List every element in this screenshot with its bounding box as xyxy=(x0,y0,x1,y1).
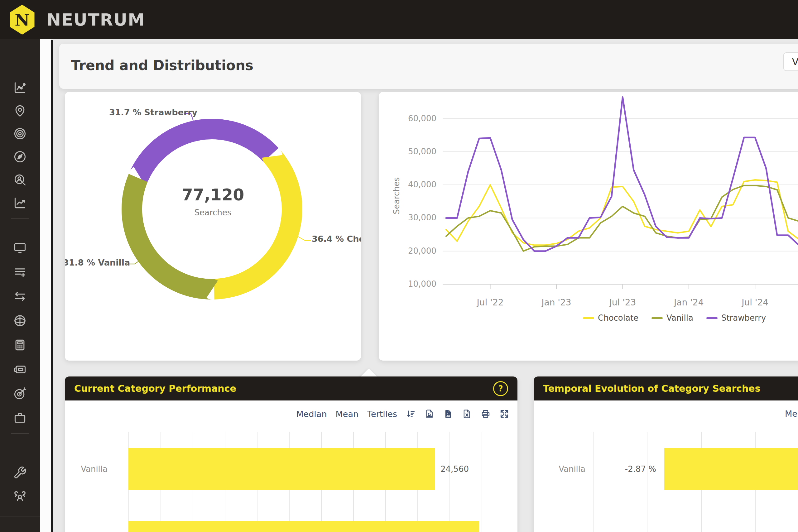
sidebar-divider xyxy=(11,433,29,434)
help-icon[interactable]: ? xyxy=(493,381,508,396)
bar-label: Vanilla xyxy=(65,448,108,490)
bar-vanilla[interactable] xyxy=(664,448,798,490)
donut-callout-line xyxy=(298,236,311,241)
legend-swatch xyxy=(583,317,594,319)
sidebar-group-3 xyxy=(13,466,27,503)
y-axis-tick-label: 50,000 xyxy=(405,147,436,156)
toolbar-link-clipped[interactable]: Medi xyxy=(785,409,798,419)
sidebar-group-2 xyxy=(13,241,27,425)
toolbar-link-mean[interactable]: Mean xyxy=(336,409,359,419)
legend-label: Chocolate xyxy=(598,313,639,323)
x-axis-tick-label: Jan '24 xyxy=(667,297,711,308)
sidebar-group-1 xyxy=(13,81,27,210)
panel-title: Current Category Performance xyxy=(74,383,236,394)
target-arrow-icon[interactable] xyxy=(13,387,27,400)
collapsed-subpanel xyxy=(40,39,51,532)
y-axis-tick-label: 10,000 xyxy=(405,279,436,289)
legend-label: Strawberry xyxy=(721,313,766,323)
sidebar-divider xyxy=(11,218,29,218)
searches-trend-card: Searches 10,00020,00030,00040,00050,0006… xyxy=(379,92,798,361)
users-group-icon[interactable] xyxy=(13,489,27,503)
swap-arrows-icon[interactable] xyxy=(13,289,27,303)
donut-callout-label: 31.8 % Vanilla xyxy=(65,258,125,267)
bar-label: Vanilla xyxy=(534,448,585,490)
toolbar-link-tertiles[interactable]: Tertiles xyxy=(367,409,397,419)
legend-item-strawberry[interactable]: Strawberry xyxy=(706,313,766,323)
expand-icon[interactable] xyxy=(499,409,509,419)
brand-logo-letter: N xyxy=(15,10,30,29)
bar-value-label: 24,560 xyxy=(440,448,469,490)
briefcase-icon[interactable] xyxy=(13,411,27,425)
series-line-vanilla[interactable] xyxy=(446,186,798,251)
page-header-card: Trend and Distributions Ve xyxy=(59,44,798,89)
file-image-icon[interactable] xyxy=(424,409,435,419)
x-axis-tick-label: Jan '23 xyxy=(535,297,578,308)
file-image-filled-icon[interactable] xyxy=(443,409,453,419)
bar-value-label: -2.87 % xyxy=(590,448,656,490)
globe-icon[interactable] xyxy=(13,314,27,327)
legend-item-vanilla[interactable]: Vanilla xyxy=(651,313,693,323)
legend-swatch xyxy=(651,317,663,319)
donut-callout-label: 31.7 % Strawberry xyxy=(109,108,184,117)
sidebar-divider-full xyxy=(0,516,40,516)
y-axis-tick-label: 20,000 xyxy=(405,246,436,255)
target-rings-icon[interactable] xyxy=(13,127,27,140)
temporal-evolution-panel: Temporal Evolution of Category Searches … xyxy=(534,377,798,532)
panel-header: Current Category Performance ? xyxy=(65,377,517,400)
current-category-performance-panel: Current Category Performance ? MedianMea… xyxy=(65,377,517,532)
legend-label: Vanilla xyxy=(666,313,693,323)
top-bar: N NEUTRUM xyxy=(0,0,798,39)
brand-logo[interactable]: N xyxy=(9,5,36,35)
trend-up-icon[interactable] xyxy=(13,196,27,210)
panel-divider[interactable] xyxy=(51,40,53,532)
x-axis-tick-label: Jul '23 xyxy=(601,297,644,308)
panel-title: Temporal Evolution of Category Searches xyxy=(543,383,761,394)
trend-scatter-icon[interactable] xyxy=(13,81,27,94)
printer-icon[interactable] xyxy=(481,409,491,419)
bar-row2[interactable] xyxy=(129,521,479,532)
legend-item-chocolate[interactable]: Chocolate xyxy=(583,313,639,323)
list-plus-icon[interactable] xyxy=(13,265,27,279)
file-excel-icon[interactable] xyxy=(462,409,472,419)
user-search-icon[interactable] xyxy=(13,173,27,187)
toolbar-link-median[interactable]: Median xyxy=(296,409,327,419)
bar-vanilla[interactable] xyxy=(129,448,435,490)
x-axis-tick-label: Jul '22 xyxy=(469,297,512,308)
logout-icon[interactable] xyxy=(13,530,27,532)
panel-header: Temporal Evolution of Category Searches xyxy=(534,377,798,400)
legend-swatch xyxy=(706,317,718,319)
y-axis-tick-label: 30,000 xyxy=(405,213,436,222)
brand-name: NEUTRUM xyxy=(47,10,145,30)
bar-label xyxy=(65,521,108,532)
wrench-icon[interactable] xyxy=(13,466,27,480)
wallet-icon[interactable] xyxy=(13,362,27,376)
y-axis-tick-label: 60,000 xyxy=(405,114,436,123)
page-title: Trend and Distributions xyxy=(71,57,253,73)
chart-toolbar: Medi xyxy=(785,409,798,419)
category-share-donut-card: 77,120 Searches 31.7 % Strawberry36.4 % … xyxy=(65,92,361,361)
x-axis-tick-label: Jul '24 xyxy=(733,297,777,308)
gridline xyxy=(481,432,482,532)
chart-toolbar: MedianMeanTertiles xyxy=(296,409,509,419)
y-axis-tick-label: 40,000 xyxy=(405,180,436,189)
sidebar xyxy=(0,39,40,532)
sort-desc-icon[interactable] xyxy=(406,409,416,419)
donut-callout-label: 36.4 % Cho xyxy=(312,234,361,244)
version-button[interactable]: Ve xyxy=(783,52,798,71)
map-pin-icon[interactable] xyxy=(13,104,27,117)
compass-icon[interactable] xyxy=(13,150,27,164)
chart-legend: ChocolateVanillaStrawberry xyxy=(583,313,766,323)
monitor-icon[interactable] xyxy=(13,241,27,254)
calculator-icon[interactable] xyxy=(13,338,27,352)
series-line-strawberry[interactable] xyxy=(446,97,798,251)
